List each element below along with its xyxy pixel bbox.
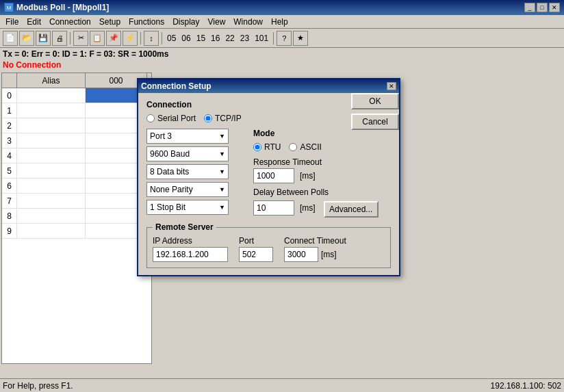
response-timeout-unit: [ms] [300, 171, 316, 181]
table-row[interactable]: 6 [2, 179, 151, 194]
tcp-ip-label: TCP/IP [215, 114, 242, 123]
baud-dropdown-value: 9600 Baud [150, 149, 190, 159]
ascii-radio[interactable] [289, 143, 297, 151]
delay-unit: [ms] [300, 203, 316, 213]
table-row[interactable]: 2 [2, 118, 151, 133]
toolbar-connect[interactable]: ⚡ [123, 31, 138, 46]
rtu-radio[interactable] [253, 143, 261, 151]
menu-window[interactable]: Window [229, 16, 267, 28]
table-row[interactable]: 8 [2, 209, 151, 224]
baud-dropdown-arrow: ▼ [219, 151, 225, 157]
toolbar-print[interactable]: 🖨 [52, 31, 67, 46]
delay-input[interactable] [253, 200, 294, 215]
parity-dropdown[interactable]: None Parity ▼ [146, 182, 229, 197]
menu-setup[interactable]: Setup [95, 16, 125, 28]
serial-port-radio[interactable] [146, 114, 155, 122]
connection-info: 192.168.1.100: 502 [491, 381, 561, 391]
ip-address-input[interactable] [153, 247, 228, 262]
status-line-1: Tx = 0: Err = 0: ID = 1: F = 03: SR = 10… [0, 48, 564, 60]
toolbar-about[interactable]: ★ [293, 31, 308, 46]
row-9-alias [17, 224, 86, 238]
table-row[interactable]: 0 [2, 88, 151, 103]
table-header: Alias 000 [2, 73, 151, 88]
toolbar-separator-2 [140, 32, 141, 44]
toolbar-save[interactable]: 💾 [36, 31, 51, 46]
table-row[interactable]: 1 [2, 103, 151, 118]
menu-help[interactable]: Help [267, 16, 292, 28]
toolbar-open[interactable]: 📂 [19, 31, 34, 46]
port-input[interactable] [239, 247, 273, 262]
cancel-button[interactable]: Cancel [351, 114, 399, 130]
title-bar: M Modbus Poll - [Mbpoll1] _ □ ✕ [0, 0, 564, 15]
parity-arrow: ▼ [219, 186, 225, 193]
remote-server-section: Remote Server IP Address Port Connect Ti… [146, 227, 391, 268]
row-7-alias [17, 194, 86, 208]
delay-label: Delay Between Polls [253, 187, 391, 197]
table-row[interactable]: 4 [2, 148, 151, 164]
toolbar-cut[interactable]: ✂ [73, 31, 88, 46]
mode-label: Mode [253, 129, 391, 138]
row-5-alias [17, 164, 86, 178]
row-9-num: 9 [2, 224, 17, 238]
close-button[interactable]: ✕ [549, 3, 560, 12]
menu-file[interactable]: File [1, 16, 23, 28]
row-1-alias [17, 103, 86, 118]
col-header-num [2, 73, 17, 88]
serial-port-option[interactable]: Serial Port [146, 114, 196, 123]
table-row[interactable]: 5 [2, 164, 151, 179]
dialog-close-button[interactable]: ✕ [387, 82, 396, 90]
ip-address-field-group: IP Address [153, 236, 228, 262]
connect-timeout-input[interactable] [284, 247, 318, 262]
toolbar-help[interactable]: ? [277, 31, 292, 46]
maximize-button[interactable]: □ [537, 3, 548, 12]
advanced-button[interactable]: Advanced... [324, 201, 379, 218]
row-2-alias [17, 118, 86, 133]
port-field-group: Port [239, 236, 273, 262]
menu-connection[interactable]: Connection [45, 16, 95, 28]
toolbar-num-16[interactable]: 16 [209, 34, 222, 43]
minimize-button[interactable]: _ [524, 3, 535, 12]
menu-view[interactable]: View [204, 16, 230, 28]
table-row[interactable]: 7 [2, 194, 151, 209]
row-8-alias [17, 209, 86, 223]
connection-dialog: Connection Setup ✕ OK Cancel Connection … [137, 78, 400, 276]
connect-timeout-unit: [ms] [321, 250, 337, 259]
toolbar-new[interactable]: 📄 [3, 31, 18, 46]
stop-bit-dropdown[interactable]: 1 Stop Bit ▼ [146, 200, 229, 215]
baud-dropdown[interactable]: 9600 Baud ▼ [146, 146, 229, 161]
data-bits-dropdown[interactable]: 8 Data bits ▼ [146, 164, 229, 179]
menu-functions[interactable]: Functions [125, 16, 168, 28]
port-dropdown[interactable]: Port 3 ▼ [146, 129, 229, 144]
toolbar-num-22[interactable]: 22 [223, 34, 236, 43]
response-timeout-input[interactable] [253, 168, 294, 183]
data-bits-value: 8 Data bits [150, 167, 189, 177]
ok-button[interactable]: OK [351, 93, 399, 109]
status-bar: For Help, press F1. 192.168.1.100: 502 [0, 378, 564, 392]
response-timeout-label: Response Timeout [253, 157, 391, 167]
toolbar-separator-4 [273, 32, 274, 44]
toolbar-num-15[interactable]: 15 [194, 34, 207, 43]
connect-timeout-label: Connect Timeout [284, 236, 346, 246]
toolbar-num-101[interactable]: 101 [253, 34, 270, 43]
table-row[interactable]: 9 [2, 224, 151, 239]
toolbar-read[interactable]: ↕ [144, 31, 159, 46]
toolbar-separator-3 [162, 32, 162, 44]
toolbar: 📄 📂 💾 🖨 ✂ 📋 📌 ⚡ ↕ 05 06 15 16 22 23 101 … [0, 29, 564, 48]
toolbar-num-05[interactable]: 05 [165, 34, 178, 43]
toolbar-num-23[interactable]: 23 [238, 34, 251, 43]
table-row[interactable]: 3 [2, 133, 151, 148]
ip-address-label: IP Address [153, 236, 228, 246]
toolbar-num-06[interactable]: 06 [179, 34, 192, 43]
toolbar-paste[interactable]: 📌 [106, 31, 121, 46]
delay-row: [ms] Advanced... [253, 198, 391, 218]
toolbar-copy[interactable]: 📋 [90, 31, 105, 46]
menu-edit[interactable]: Edit [23, 16, 45, 28]
remote-server-label: Remote Server [153, 222, 216, 232]
menu-display[interactable]: Display [168, 16, 203, 28]
tcp-ip-radio[interactable] [204, 114, 212, 122]
tcp-ip-option[interactable]: TCP/IP [204, 114, 242, 123]
dialog-body: OK Cancel Connection Serial Port TCP/IP [138, 93, 399, 275]
row-4-alias [17, 148, 86, 163]
ascii-option[interactable]: ASCII [289, 142, 321, 152]
rtu-option[interactable]: RTU [253, 142, 281, 152]
